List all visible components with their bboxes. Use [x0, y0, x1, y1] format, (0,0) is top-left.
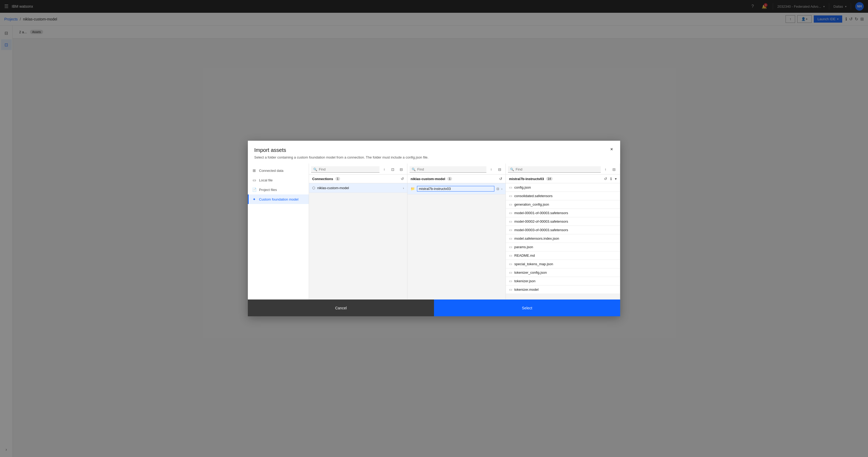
- cc-filter-icon[interactable]: ⊟: [496, 166, 503, 173]
- connections-search-header: 🔍 ↑ ⊡ ⊟: [309, 163, 407, 175]
- modal-close-button[interactable]: ×: [608, 145, 616, 153]
- modal-overlay: Import assets Select a folder containing…: [0, 0, 868, 457]
- fc-search-icon: 🔍: [510, 167, 514, 171]
- fc-sort-icon[interactable]: ↑: [602, 166, 609, 173]
- folder-content-title-row: mistral7b-instructv03 14 ↺ ℹ ▾: [506, 175, 620, 183]
- file-icon: ▭: [509, 219, 512, 223]
- nav-item-connected-data[interactable]: ⊞ Connected data: [248, 166, 309, 175]
- folder-icon: 📁: [411, 187, 415, 191]
- file-list-item[interactable]: ▭ tokenizer_config.json: [506, 268, 620, 277]
- file-list-item[interactable]: ▭ model-00002-of-00003.safetensors: [506, 217, 620, 226]
- connections-sort-icon[interactable]: ↑: [380, 166, 388, 173]
- cancel-button[interactable]: Cancel: [248, 300, 434, 316]
- file-list-item[interactable]: ▭ special_tokens_map.json: [506, 260, 620, 268]
- browser-columns: 🔍 ↑ ⊡ ⊟ Connections 1 ↺: [309, 163, 620, 299]
- file-list-item[interactable]: ▭ tokenizer.model: [506, 285, 620, 294]
- file-list-item[interactable]: ▭ model-00001-of-00003.safetensors: [506, 209, 620, 217]
- file-icon: ▭: [509, 287, 512, 292]
- folder-copy-icon[interactable]: ⊡: [496, 187, 499, 191]
- connection-type-icon: ⬡: [312, 186, 315, 190]
- connections-title: Connections: [312, 177, 333, 181]
- file-icon: ▭: [509, 211, 512, 215]
- file-icon: ▭: [509, 185, 512, 189]
- folder-content-column: 🔍 ↑ ⊟ mistral7b-instructv03 14 ↺ ℹ ▾: [506, 163, 620, 299]
- file-list-item[interactable]: ▭ params.json: [506, 243, 620, 251]
- connection-content-search-bar[interactable]: 🔍: [409, 166, 486, 173]
- nav-item-custom-foundation-model[interactable]: ✦ Custom foundation model: [248, 194, 309, 204]
- fc-filter-icon[interactable]: ⊟: [610, 166, 618, 173]
- folder-content-title: mistral7b-instructv03: [509, 177, 544, 181]
- file-icon: ▭: [509, 194, 512, 198]
- modal-subtitle: Select a folder containing a custom foun…: [254, 155, 614, 159]
- folder-files-list: ▭ config.json ▭ consolidated.safetensors…: [506, 183, 620, 299]
- nav-connected-data-label: Connected data: [259, 169, 283, 173]
- connections-count: 1: [335, 177, 340, 181]
- file-list-item[interactable]: ▭ model.safetensors.index.json: [506, 234, 620, 243]
- cc-sort-icon[interactable]: ↑: [488, 166, 495, 173]
- file-list-item[interactable]: ▭ consolidated.safetensors: [506, 192, 620, 200]
- file-name: generation_config.json: [514, 203, 549, 206]
- cc-search-icon: 🔍: [412, 167, 416, 171]
- fc-info-icon[interactable]: ℹ: [610, 177, 612, 181]
- file-icon: ▭: [509, 253, 512, 257]
- custom-model-icon: ✦: [252, 197, 256, 201]
- file-name: tokenizer.model: [514, 287, 538, 292]
- file-icon: ▭: [509, 279, 512, 283]
- folder-content-search-bar[interactable]: 🔍: [508, 166, 601, 173]
- connection-content-search-input[interactable]: [417, 167, 484, 171]
- connections-search-icon: 🔍: [313, 167, 317, 171]
- connections-search-bar[interactable]: 🔍: [311, 166, 379, 173]
- select-button[interactable]: Select: [434, 300, 620, 316]
- connections-list: ⬡ niklas-custom-model ›: [309, 183, 407, 299]
- connections-refresh-icon[interactable]: ↺: [401, 177, 404, 181]
- connection-content-title-row: niklas-custom-model 1 ↺: [407, 175, 505, 183]
- connection-chevron-icon: ›: [403, 186, 404, 190]
- file-name: README.md: [514, 253, 535, 257]
- file-name: config.json: [514, 185, 531, 189]
- file-icon: ▭: [509, 228, 512, 232]
- file-icon: ▭: [509, 203, 512, 206]
- file-list-item[interactable]: ▭ README.md: [506, 251, 620, 260]
- modal-body: ⊞ Connected data ▭ Local file 📄 Project …: [248, 163, 620, 299]
- connected-data-icon: ⊞: [252, 169, 256, 173]
- nav-custom-model-label: Custom foundation model: [259, 197, 299, 201]
- folder-name: mistral7b-instructv03: [417, 186, 494, 191]
- file-name: model-00003-of-00003.safetensors: [514, 228, 568, 232]
- file-icon: ▭: [509, 245, 512, 249]
- connections-search-input[interactable]: [319, 167, 377, 171]
- file-list-item[interactable]: ▭ config.json: [506, 183, 620, 192]
- file-name: consolidated.safetensors: [514, 194, 553, 198]
- file-name: model.safetensors.index.json: [514, 237, 559, 241]
- fc-refresh-icon[interactable]: ↺: [604, 177, 607, 181]
- connections-column: 🔍 ↑ ⊡ ⊟ Connections 1 ↺: [309, 163, 407, 299]
- folder-item-mistral[interactable]: 📁 mistral7b-instructv03 ⊡ ›: [407, 183, 505, 194]
- connection-item-niklas[interactable]: ⬡ niklas-custom-model ›: [309, 183, 407, 193]
- connections-filter-icon[interactable]: ⊟: [398, 166, 405, 173]
- file-list-item[interactable]: ▭ tokenizer.json: [506, 277, 620, 285]
- folder-content-search-input[interactable]: [516, 167, 599, 171]
- file-icon: ▭: [509, 262, 512, 266]
- local-file-icon: ▭: [252, 178, 256, 182]
- file-icon: ▭: [509, 237, 512, 241]
- nav-item-project-files[interactable]: 📄 Project files: [248, 185, 309, 194]
- fc-collapse-icon[interactable]: ▾: [615, 177, 617, 181]
- file-list-item[interactable]: ▭ generation_config.json: [506, 200, 620, 209]
- file-name: tokenizer.json: [514, 279, 535, 283]
- connection-name: niklas-custom-model: [317, 186, 401, 190]
- nav-local-file-label: Local file: [259, 178, 273, 182]
- file-name: model-00001-of-00003.safetensors: [514, 211, 568, 215]
- folder-chevron-icon: ›: [501, 187, 502, 190]
- connection-content-search-header: 🔍 ↑ ⊟: [407, 163, 505, 175]
- folder-content-count: 14: [546, 177, 553, 181]
- modal-footer: Cancel Select: [248, 299, 620, 316]
- file-list-item[interactable]: ▭ model-00003-of-00003.safetensors: [506, 226, 620, 234]
- file-name: model-00002-of-00003.safetensors: [514, 219, 568, 223]
- folder-content-search-header: 🔍 ↑ ⊟: [506, 163, 620, 175]
- connections-copy-icon[interactable]: ⊡: [389, 166, 397, 173]
- nav-item-local-file[interactable]: ▭ Local file: [248, 175, 309, 185]
- project-files-icon: 📄: [252, 187, 256, 192]
- connections-title-row: Connections 1 ↺: [309, 175, 407, 183]
- connection-content-count: 1: [447, 177, 452, 181]
- modal-title: Import assets: [254, 147, 614, 153]
- cc-refresh-icon[interactable]: ↺: [499, 177, 502, 181]
